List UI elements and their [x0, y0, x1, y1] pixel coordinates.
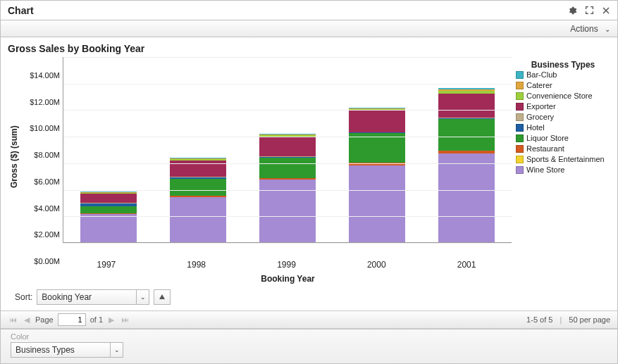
- pager-page-label: Page: [35, 315, 54, 324]
- panel-title: Chart: [8, 5, 562, 16]
- bar-column: [259, 134, 316, 242]
- sort-value: Booking Year: [37, 292, 96, 302]
- chart-panel: Chart Actions ⌄ Gross Sales by Booking Y…: [0, 0, 618, 364]
- chart-title: Gross Sales by Booking Year: [8, 43, 610, 54]
- x-axis: 19971998199920002001: [61, 257, 512, 270]
- bar-segment[interactable]: [438, 153, 495, 242]
- bar-segment[interactable]: [170, 179, 226, 196]
- bar-segment[interactable]: [259, 137, 316, 156]
- gear-icon[interactable]: [565, 4, 579, 18]
- bar-segment[interactable]: [438, 94, 495, 118]
- legend-item[interactable]: Grocery: [516, 112, 610, 123]
- bar-segment[interactable]: [259, 158, 316, 177]
- y-tick-label: $4.00M: [34, 204, 60, 213]
- bar-column: [438, 88, 495, 242]
- pager-prev-button[interactable]: ◀: [23, 315, 31, 325]
- color-label: Color: [11, 332, 610, 341]
- legend-item[interactable]: Convenience Store: [516, 91, 610, 101]
- chevron-down-icon: ⌄: [136, 290, 149, 304]
- sort-label: Sort:: [15, 292, 32, 302]
- close-icon[interactable]: [599, 4, 613, 18]
- grid-line: [63, 163, 512, 164]
- legend-item[interactable]: Restaurant: [516, 144, 610, 154]
- bar-segment[interactable]: [349, 111, 405, 132]
- legend-item[interactable]: Wine Store: [516, 165, 610, 175]
- bars-container: [63, 57, 512, 242]
- pager-last-button[interactable]: ⏭: [120, 315, 130, 324]
- x-tick-label: 1998: [168, 260, 225, 270]
- y-tick-label: $8.00M: [34, 151, 60, 159]
- pager-next-button[interactable]: ▶: [107, 315, 116, 325]
- legend-item[interactable]: Hotel: [516, 123, 610, 133]
- legend-swatch: [516, 71, 524, 79]
- grid-line: [63, 57, 512, 58]
- bar-segment[interactable]: [438, 119, 495, 151]
- y-axis-label: Gross ($) (sum): [8, 57, 20, 257]
- legend-swatch: [516, 145, 524, 153]
- grid-line: [63, 243, 512, 244]
- legend-label: Wine Store: [526, 165, 564, 175]
- legend-swatch: [516, 166, 524, 174]
- bar-segment[interactable]: [349, 133, 405, 162]
- chart-area: Gross Sales by Booking Year Gross ($) (s…: [1, 37, 617, 310]
- legend-swatch: [516, 82, 524, 89]
- legend-label: Hotel: [526, 123, 545, 133]
- pager-per-page: 50 per page: [569, 315, 610, 324]
- x-tick-label: 2001: [438, 260, 495, 270]
- x-tick-label: 1999: [258, 260, 314, 270]
- legend-label: Liquor Store: [526, 133, 569, 144]
- pager-of-label: of 1: [90, 315, 103, 324]
- pager-separator: |: [560, 315, 562, 324]
- sort-select[interactable]: Booking Year ⌄: [37, 289, 149, 305]
- bar-segment[interactable]: [80, 214, 137, 242]
- bar-segment[interactable]: [80, 194, 137, 203]
- legend-swatch: [516, 134, 524, 142]
- legend-title: Business Types: [516, 60, 610, 70]
- legend-swatch: [516, 156, 524, 163]
- grid-line: [63, 84, 512, 84]
- y-tick-label: $6.00M: [34, 177, 60, 186]
- sort-direction-button[interactable]: [154, 289, 171, 305]
- bar-segment[interactable]: [80, 206, 137, 213]
- x-tick-label: 2000: [348, 260, 404, 270]
- chevron-down-icon: ⌄: [110, 343, 123, 357]
- color-value: Business Types: [11, 345, 79, 355]
- grid-line: [63, 110, 512, 111]
- legend-item[interactable]: Caterer: [516, 80, 610, 91]
- legend-item[interactable]: Exporter: [516, 101, 610, 112]
- pager-range: 1-5 of 5: [526, 315, 552, 324]
- y-tick-label: $12.00M: [30, 98, 60, 106]
- legend-item[interactable]: Liquor Store: [516, 133, 610, 144]
- triangle-up-icon: [159, 294, 166, 301]
- plot-region: [63, 57, 512, 243]
- y-axis: $0.00M$2.00M$4.00M$6.00M$8.00M$10.00M$12…: [20, 57, 63, 257]
- legend-swatch: [516, 92, 524, 100]
- grid-line: [63, 216, 512, 217]
- bar-column: [349, 108, 405, 242]
- plot-wrap: Gross ($) (sum) $0.00M$2.00M$4.00M$6.00M…: [8, 57, 610, 257]
- color-section: Color Business Types ⌄: [1, 329, 617, 363]
- y-tick-label: $2.00M: [34, 230, 60, 239]
- legend-label: Restaurant: [526, 144, 564, 154]
- chevron-down-icon: ⌄: [605, 25, 610, 33]
- legend-item[interactable]: Bar-Club: [516, 70, 610, 80]
- legend-swatch: [516, 103, 524, 111]
- legend-item[interactable]: Sports & Entertainmen: [516, 154, 610, 165]
- legend-swatch: [516, 113, 524, 121]
- grid-line: [63, 190, 512, 191]
- legend-label: Caterer: [526, 80, 552, 91]
- y-tick-label: $0.00M: [34, 257, 60, 265]
- color-select[interactable]: Business Types ⌄: [11, 342, 123, 358]
- pager-bar: ⏮ ◀ Page of 1 ▶ ⏭ 1-5 of 5 | 50 per page: [1, 310, 617, 329]
- pager-first-button[interactable]: ⏮: [8, 315, 18, 324]
- actions-menu[interactable]: Actions ⌄: [570, 24, 610, 34]
- actions-bar: Actions ⌄: [1, 20, 617, 37]
- y-tick-label: $10.00M: [30, 124, 60, 132]
- expand-icon[interactable]: [582, 4, 596, 18]
- pager-page-input[interactable]: [58, 313, 86, 326]
- bar-segment[interactable]: [170, 197, 226, 242]
- bar-segment[interactable]: [349, 165, 405, 242]
- legend-label: Grocery: [526, 112, 554, 123]
- bar-column: [170, 158, 226, 242]
- legend-label: Sports & Entertainmen: [526, 154, 605, 165]
